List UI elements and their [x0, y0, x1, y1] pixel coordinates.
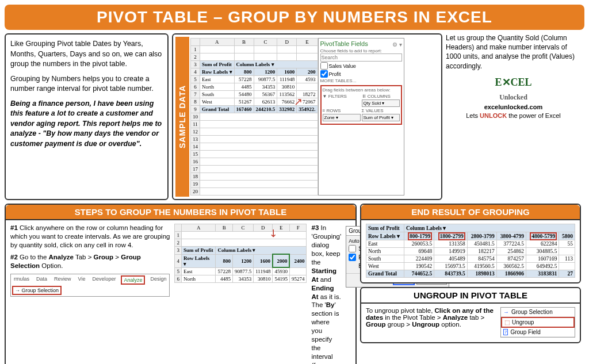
intro-p3: Being a finance person, I have been usin… [10, 99, 163, 150]
intro-p1: Like Grouping Pivot table Dates by Years… [10, 39, 163, 70]
menu-group-selection[interactable]: →Group Selection [501, 308, 575, 317]
ungroup-box: UNGROUP IN PIVOT TABLE To ungroup pivot … [360, 287, 581, 343]
fields-title: PivotTable Fields [320, 40, 368, 47]
values-field[interactable]: Sum of Profit ▾ [362, 114, 400, 121]
sample-label: SAMPLE DATA [175, 37, 189, 197]
starting-at-check[interactable] [349, 245, 356, 252]
page-title: PIVOT TABLE – GROUP BY NUMBERS IN EXCEL [5, 5, 584, 30]
ungroup-header: UNGROUP IN PIVOT TABLE [361, 288, 580, 304]
title-text: PIVOT TABLE – GROUP BY NUMBERS IN EXCEL [8, 8, 581, 26]
group-menu: →Group Selection ⬚Ungroup 7Group Field [500, 307, 575, 338]
sample-pivot-table: ABCDE 1 2 3Sum of ProfitColumn Labels ▾ … [190, 38, 318, 196]
columns-field[interactable]: Qty Sold ▾ [362, 99, 400, 107]
site-url: excelunlocked.com [446, 103, 581, 112]
right-p1: Let us group the Quantity Sold (Column H… [446, 33, 581, 71]
ribbon: rmulasDataReviewVieDeveloperAnalyzeDesig… [10, 274, 170, 297]
sample-data-box: SAMPLE DATA ABCDE 1 2 3Sum of ProfitColu… [172, 33, 442, 200]
menu-ungroup[interactable]: ⬚Ungroup [501, 317, 575, 328]
right-column: Let us group the Quantity Sold (Column H… [446, 33, 581, 200]
steps-box: STEPS TO GROUP THE NUMBERS IN PIVOT TABL… [5, 204, 357, 364]
intro-p2: Grouping by Numbers helps you to create … [10, 74, 163, 94]
step-2: #2 Go to the Analyze Tab > Group > Group… [10, 253, 170, 270]
end-result-table: Sum of ProfitColumn Labels ▾ Row Labels … [366, 224, 575, 278]
logo: E✕CELUnlocked excelunlocked.com Lets UNL… [446, 75, 581, 120]
group-selection-button[interactable]: → Group Selection [12, 286, 62, 295]
search-input[interactable] [320, 53, 402, 62]
field-profit[interactable]: Profit [320, 70, 402, 78]
tagline: Lets UNLOCK the power of Excel [446, 112, 581, 120]
step-table: ABCDEF 12 3Sum of ProfitColumn Labels ▾ … [174, 224, 307, 283]
end-result-header: END RESULT OF GROUPING [361, 205, 580, 220]
intro-box: Like Grouping Pivot table Dates by Years… [5, 33, 169, 200]
steps-header: STEPS TO GROUP THE NUMBERS IN PIVOT TABL… [6, 205, 355, 220]
analyze-tab[interactable]: Analyze [121, 275, 145, 285]
field-areas: Drag fields between areas below: ▼ FILTE… [320, 85, 402, 125]
fields-sub: Choose fields to add to report: [320, 48, 402, 53]
step-1: #1 Click anywhere on the row or column h… [10, 224, 170, 250]
pivot-fields-pane[interactable]: PivotTable Fields⚙ ▾ Choose fields to ad… [318, 38, 404, 196]
more-tables[interactable]: MORE TABLES... [320, 78, 402, 83]
field-sales-value[interactable]: Sales Value [320, 62, 402, 70]
menu-group-field[interactable]: 7Group Field [501, 328, 575, 337]
arrow-icon: ↗ [294, 95, 303, 108]
rows-field[interactable]: Zone ▾ [323, 114, 361, 121]
step-3: #3 In 'Grouping' dialog box, keep the St… [311, 224, 341, 364]
gear-icon[interactable]: ⚙ ▾ [392, 41, 402, 48]
end-result-box: END RESULT OF GROUPING Sum of ProfitColu… [360, 204, 581, 283]
ending-at-check[interactable] [349, 254, 356, 261]
ungroup-text: To ungroup pivot table, Click on any of … [366, 307, 497, 338]
